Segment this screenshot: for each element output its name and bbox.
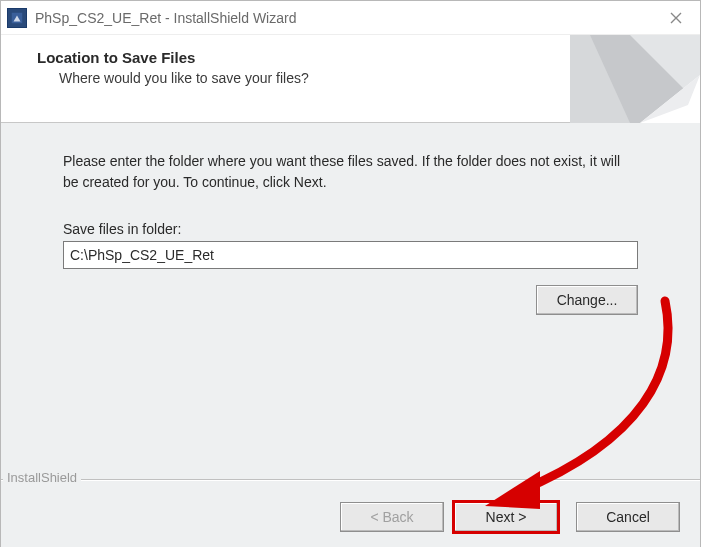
close-icon[interactable] [652, 2, 700, 34]
footer-divider [1, 479, 700, 481]
installshield-brand: InstallShield [3, 470, 81, 485]
wizard-content: Please enter the folder where you want t… [1, 123, 700, 468]
instruction-text: Please enter the folder where you want t… [63, 151, 638, 193]
wizard-header: Location to Save Files Where would you l… [1, 35, 700, 123]
wizard-footer: InstallShield < Back Next > Cancel [1, 468, 700, 547]
titlebar: PhSp_CS2_UE_Ret - InstallShield Wizard [1, 1, 700, 35]
cancel-button[interactable]: Cancel [576, 502, 680, 532]
change-folder-button[interactable]: Change... [536, 285, 638, 315]
back-button: < Back [340, 502, 444, 532]
installer-window: PhSp_CS2_UE_Ret - InstallShield Wizard L… [0, 0, 701, 547]
page-curl-graphic [570, 35, 700, 123]
navigation-buttons: < Back Next > Cancel [340, 502, 680, 532]
folder-field-label: Save files in folder: [63, 221, 638, 237]
next-button[interactable]: Next > [454, 502, 558, 532]
window-title: PhSp_CS2_UE_Ret - InstallShield Wizard [35, 10, 296, 26]
folder-path-input[interactable] [63, 241, 638, 269]
app-icon [7, 8, 27, 28]
